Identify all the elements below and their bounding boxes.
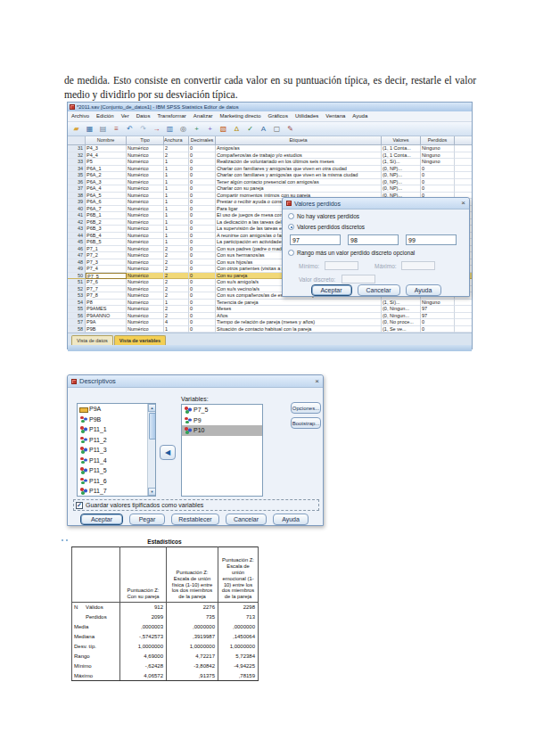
use-sets-icon[interactable]: ▢ xyxy=(271,124,283,135)
weight-cases-icon[interactable]: Δ xyxy=(231,124,243,135)
discrete-value-2-input[interactable] xyxy=(348,234,399,245)
maximum-input[interactable] xyxy=(401,261,435,270)
P9A[interactable]: 57 P9A Numérico 4 0 Tiempo de relación d… xyxy=(68,319,472,326)
close-icon[interactable]: × xyxy=(461,200,465,207)
minimum-input[interactable] xyxy=(325,261,358,270)
view-tab[interactable]: Vista de variables xyxy=(114,335,166,345)
row-number-cell: 32 xyxy=(68,152,86,160)
print-icon[interactable]: ▤ xyxy=(97,124,109,135)
variable-list-item[interactable]: P11_5 xyxy=(78,465,148,476)
missing-cell: 97 xyxy=(421,313,455,320)
goto-case-icon[interactable]: → xyxy=(151,124,162,135)
select-cases-icon[interactable]: ✓ xyxy=(244,124,256,135)
P9AMES[interactable]: 55 P9AMES Numérico 2 0 Meses (0, Ningun.… xyxy=(68,306,472,313)
menu-item[interactable]: Transformar xyxy=(153,111,189,121)
recall-dialogs-icon[interactable]: ≡ xyxy=(111,124,122,135)
scroll-down-icon[interactable]: ▼ xyxy=(148,488,156,496)
menu-item[interactable]: Ventana xyxy=(322,111,349,121)
close-icon[interactable]: × xyxy=(315,378,319,385)
help-button[interactable]: Ayuda xyxy=(406,284,441,296)
variable-list-item[interactable]: P9A xyxy=(78,404,148,415)
menu-item[interactable]: Archivo xyxy=(68,111,93,121)
discrete-value-3-input[interactable] xyxy=(406,234,457,245)
undo-icon[interactable]: ↶ xyxy=(124,124,136,135)
paste-button[interactable]: Pegar xyxy=(129,514,165,525)
column-header-tipo[interactable]: Tipo xyxy=(127,136,164,145)
variable-list-item[interactable]: P9 xyxy=(182,415,262,426)
variable-list-item[interactable]: P11_3 xyxy=(78,445,148,456)
column-header-perdidos[interactable]: Perdidos xyxy=(421,136,455,145)
variable-list-item[interactable]: P9B xyxy=(78,415,148,425)
stats-row: Perdidos 2099 735 713 xyxy=(72,612,259,622)
horizontal-scrollbar[interactable] xyxy=(68,345,472,351)
open-data-icon[interactable]: ▰ xyxy=(70,124,82,135)
save-icon[interactable]: ▦ xyxy=(84,124,95,135)
find-icon[interactable]: ◎ xyxy=(177,124,189,135)
P6A_2[interactable]: 35 P6A_2 Numérico 1 0 Charlar con famili… xyxy=(68,172,472,179)
redo-icon[interactable]: ↷ xyxy=(137,124,149,135)
column-header-decimales[interactable]: Decimales xyxy=(189,136,216,145)
menu-item[interactable]: Utilidades xyxy=(292,111,322,121)
variable-list-item[interactable]: P7_5 xyxy=(182,405,262,415)
save-standardized-checkbox-row[interactable]: ✓ Guardar valores tipificados como varia… xyxy=(73,499,319,511)
scrollbar-thumb[interactable] xyxy=(149,413,156,440)
insert-case-icon[interactable]: + xyxy=(191,124,202,135)
insert-variable-icon[interactable]: + xyxy=(204,124,216,135)
split-file-icon[interactable]: ▧ xyxy=(218,124,229,135)
values-cell: (0, Ningun... xyxy=(382,306,421,313)
radio-range-missing[interactable]: Rango más un valor perdido discreto opci… xyxy=(288,250,415,256)
move-variable-button[interactable]: ◀ xyxy=(160,445,176,460)
variable-list-item[interactable]: P11_1 xyxy=(78,424,148,435)
menu-item[interactable]: Ayuda xyxy=(349,111,371,121)
radio-discrete-missing[interactable]: Valores perdidos discretos xyxy=(288,224,365,230)
reset-button[interactable]: Restablecer xyxy=(171,514,219,525)
P4_4[interactable]: 32 P4_4 Numérico 2 0 Compañeros/as de tr… xyxy=(68,152,472,160)
P9AANNO[interactable]: 56 P9AANNO Numérico 2 0 Años (0, Ningun.… xyxy=(68,313,472,320)
cancel-button[interactable]: Cancelar xyxy=(358,284,400,296)
menu-item[interactable]: Ver xyxy=(118,111,133,121)
column-header-valores[interactable]: Valores xyxy=(382,136,421,145)
name-cell: P7_7 xyxy=(86,286,127,293)
stats-row: NVálidos 912 2276 2298 xyxy=(72,603,259,612)
missing-values-dialog: Valores perdidos × No hay valores perdid… xyxy=(282,197,470,297)
row-number-cell: 43 xyxy=(68,226,86,233)
P5[interactable]: 33 P5 Numérico 1 0 Realización de volunt… xyxy=(68,159,472,166)
options-button[interactable]: Opciones... xyxy=(291,402,321,414)
accept-button[interactable]: Aceptar xyxy=(80,514,123,525)
variable-list-item[interactable]: P11_6 xyxy=(78,476,148,487)
P6A_1[interactable]: 34 P6A_1 Numérico 1 0 Charlar con famili… xyxy=(68,166,472,173)
discrete-value-1-input[interactable] xyxy=(290,234,341,245)
menu-item[interactable]: Gráficos xyxy=(265,111,292,121)
menu-item[interactable]: Marketing directo xyxy=(217,111,265,121)
variable-list-item[interactable]: P10 xyxy=(182,425,262,436)
P4_3[interactable]: 31 P4_3 Numérico 2 0 Amigos/as (1, 1 Con… xyxy=(68,145,472,152)
column-header-etiqueta[interactable]: Etiqueta xyxy=(216,136,382,145)
range-discrete-input[interactable] xyxy=(342,275,375,284)
value-labels-icon[interactable]: A xyxy=(258,124,269,135)
cancel-button[interactable]: Cancelar xyxy=(226,514,267,525)
menu-item[interactable]: Datos xyxy=(133,111,154,121)
spelling-icon[interactable]: ✎ xyxy=(284,124,296,135)
variables-icon[interactable]: ▥ xyxy=(164,124,176,135)
scroll-up-icon[interactable]: ▲ xyxy=(148,404,156,412)
variable-list-item[interactable]: P11_2 xyxy=(78,435,148,446)
list-scrollbar[interactable]: ▲ ▼ xyxy=(147,404,155,496)
column-header-anchura[interactable]: Anchura xyxy=(164,136,189,145)
type-cell: Numérico xyxy=(127,326,164,333)
variable-list-item[interactable]: P11_7 xyxy=(78,486,148,497)
variable-list-item[interactable]: P11_4 xyxy=(78,456,148,466)
P6A_3[interactable]: 36 P6A_3 Numérico 1 0 Tener algún contac… xyxy=(68,179,472,186)
P6A_4[interactable]: 37 P6A_4 Numérico 1 0 Charlar con su par… xyxy=(68,185,472,193)
P8[interactable]: 54 P8 Numérico 1 0 Tenencia de pareja (1… xyxy=(68,300,472,307)
column-header-nombre[interactable]: Nombre xyxy=(86,136,127,145)
menu-item[interactable]: Analizar xyxy=(190,111,217,121)
decimals-cell: 0 xyxy=(189,319,216,326)
P9B[interactable]: 58 P9B Numérico 1 0 Situación de contact… xyxy=(68,326,472,333)
stats-row: Mediana -,5742573 ,3919987 ,1450064 xyxy=(72,632,259,642)
bootstrap-button[interactable]: Bootstrap... xyxy=(291,417,321,429)
help-button[interactable]: Ayuda xyxy=(273,514,309,525)
menu-item[interactable]: Edición xyxy=(93,111,118,121)
radio-no-missing[interactable]: No hay valores perdidos xyxy=(288,213,359,219)
view-tab[interactable]: Vista de datos xyxy=(71,335,113,345)
accept-button[interactable]: Aceptar xyxy=(311,284,352,296)
